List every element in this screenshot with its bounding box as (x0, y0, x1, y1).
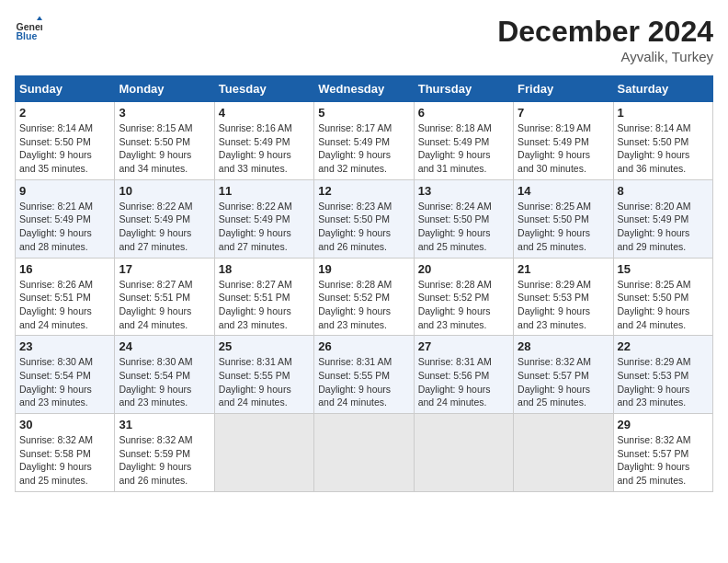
day-number: 4 (219, 106, 310, 120)
day-number: 29 (618, 418, 709, 431)
title-block: December 2024 Ayvalik, Turkey (497, 15, 713, 64)
calendar-cell: 13Sunrise: 8:24 AM Sunset: 5:50 PM Dayli… (414, 179, 513, 258)
day-info: Sunrise: 8:22 AM Sunset: 5:49 PM Dayligh… (219, 200, 310, 254)
day-number: 20 (418, 262, 509, 276)
day-number: 15 (618, 262, 709, 276)
day-info: Sunrise: 8:31 AM Sunset: 5:55 PM Dayligh… (219, 355, 310, 409)
day-info: Sunrise: 8:19 AM Sunset: 5:49 PM Dayligh… (518, 121, 609, 176)
calendar-cell: 25Sunrise: 8:31 AM Sunset: 5:55 PM Dayli… (214, 336, 313, 414)
day-number: 11 (219, 184, 310, 198)
day-info: Sunrise: 8:15 AM Sunset: 5:50 PM Dayligh… (119, 121, 210, 176)
calendar-cell: 27Sunrise: 8:31 AM Sunset: 5:56 PM Dayli… (414, 336, 513, 414)
calendar-cell: 21Sunrise: 8:29 AM Sunset: 5:53 PM Dayli… (514, 258, 613, 336)
day-number: 5 (318, 106, 409, 120)
day-number: 14 (518, 184, 609, 198)
day-info: Sunrise: 8:30 AM Sunset: 5:54 PM Dayligh… (119, 355, 210, 409)
day-info: Sunrise: 8:31 AM Sunset: 5:55 PM Dayligh… (318, 355, 409, 409)
calendar-cell: 24Sunrise: 8:30 AM Sunset: 5:54 PM Dayli… (115, 336, 214, 414)
day-number: 26 (318, 339, 409, 353)
calendar-cell: 11Sunrise: 8:22 AM Sunset: 5:49 PM Dayli… (214, 179, 313, 258)
calendar-cell: 22Sunrise: 8:29 AM Sunset: 5:53 PM Dayli… (613, 336, 712, 414)
day-number: 13 (418, 184, 509, 198)
col-thursday: Thursday (414, 76, 513, 102)
calendar-cell: 7Sunrise: 8:19 AM Sunset: 5:49 PM Daylig… (514, 102, 613, 180)
day-number: 19 (318, 262, 409, 276)
calendar-row: 16Sunrise: 8:26 AM Sunset: 5:51 PM Dayli… (16, 258, 713, 336)
calendar-cell (314, 414, 414, 492)
day-number: 30 (19, 418, 110, 431)
calendar-cell: 30Sunrise: 8:32 AM Sunset: 5:58 PM Dayli… (16, 414, 115, 492)
calendar-cell: 18Sunrise: 8:27 AM Sunset: 5:51 PM Dayli… (214, 258, 313, 336)
location: Ayvalik, Turkey (497, 49, 713, 64)
calendar-row: 30Sunrise: 8:32 AM Sunset: 5:58 PM Dayli… (16, 414, 713, 492)
day-number: 6 (418, 106, 509, 120)
day-info: Sunrise: 8:23 AM Sunset: 5:50 PM Dayligh… (318, 200, 409, 254)
day-number: 12 (318, 184, 409, 198)
svg-marker-2 (37, 17, 42, 21)
calendar-row: 23Sunrise: 8:30 AM Sunset: 5:54 PM Dayli… (16, 336, 713, 414)
calendar-cell: 14Sunrise: 8:25 AM Sunset: 5:50 PM Dayli… (514, 179, 613, 258)
day-number: 1 (618, 106, 709, 120)
calendar-table: Sunday Monday Tuesday Wednesday Thursday… (15, 75, 713, 492)
day-info: Sunrise: 8:32 AM Sunset: 5:59 PM Dayligh… (119, 433, 210, 488)
day-number: 31 (119, 418, 210, 431)
day-number: 22 (618, 339, 709, 353)
day-number: 25 (219, 339, 310, 353)
month-title: December 2024 (497, 15, 713, 49)
day-number: 10 (119, 184, 210, 198)
svg-text:Blue: Blue (17, 30, 38, 41)
calendar-cell: 20Sunrise: 8:28 AM Sunset: 5:52 PM Dayli… (414, 258, 513, 336)
day-info: Sunrise: 8:27 AM Sunset: 5:51 PM Dayligh… (119, 278, 210, 332)
day-info: Sunrise: 8:18 AM Sunset: 5:49 PM Dayligh… (418, 121, 509, 176)
day-number: 28 (518, 339, 609, 353)
day-number: 9 (19, 184, 110, 198)
calendar-row: 2Sunrise: 8:14 AM Sunset: 5:50 PM Daylig… (16, 102, 713, 180)
day-number: 7 (518, 106, 609, 120)
col-monday: Monday (115, 76, 214, 102)
calendar-cell: 1Sunrise: 8:14 AM Sunset: 5:50 PM Daylig… (613, 102, 712, 180)
day-number: 17 (119, 262, 210, 276)
calendar-cell: 3Sunrise: 8:15 AM Sunset: 5:50 PM Daylig… (115, 102, 214, 180)
calendar-cell: 8Sunrise: 8:20 AM Sunset: 5:49 PM Daylig… (613, 179, 712, 258)
day-number: 16 (19, 262, 110, 276)
calendar-cell: 28Sunrise: 8:32 AM Sunset: 5:57 PM Dayli… (514, 336, 613, 414)
day-info: Sunrise: 8:32 AM Sunset: 5:57 PM Dayligh… (618, 433, 709, 488)
day-info: Sunrise: 8:28 AM Sunset: 5:52 PM Dayligh… (318, 278, 409, 332)
day-number: 27 (418, 339, 509, 353)
calendar-cell: 16Sunrise: 8:26 AM Sunset: 5:51 PM Dayli… (16, 258, 115, 336)
calendar-cell (414, 414, 513, 492)
calendar-cell: 15Sunrise: 8:25 AM Sunset: 5:50 PM Dayli… (613, 258, 712, 336)
calendar-cell: 2Sunrise: 8:14 AM Sunset: 5:50 PM Daylig… (16, 102, 115, 180)
calendar-cell: 31Sunrise: 8:32 AM Sunset: 5:59 PM Dayli… (115, 414, 214, 492)
day-info: Sunrise: 8:26 AM Sunset: 5:51 PM Dayligh… (19, 278, 110, 332)
day-info: Sunrise: 8:29 AM Sunset: 5:53 PM Dayligh… (618, 355, 709, 409)
calendar-cell: 6Sunrise: 8:18 AM Sunset: 5:49 PM Daylig… (414, 102, 513, 180)
day-number: 23 (19, 339, 110, 353)
col-tuesday: Tuesday (214, 76, 313, 102)
calendar-cell: 26Sunrise: 8:31 AM Sunset: 5:55 PM Dayli… (314, 336, 414, 414)
day-info: Sunrise: 8:20 AM Sunset: 5:49 PM Dayligh… (618, 200, 709, 254)
day-info: Sunrise: 8:30 AM Sunset: 5:54 PM Dayligh… (19, 355, 110, 409)
day-info: Sunrise: 8:25 AM Sunset: 5:50 PM Dayligh… (518, 200, 609, 254)
day-number: 2 (19, 106, 110, 120)
day-number: 8 (618, 184, 709, 198)
day-number: 24 (119, 339, 210, 353)
day-number: 3 (119, 106, 210, 120)
day-info: Sunrise: 8:31 AM Sunset: 5:56 PM Dayligh… (418, 355, 509, 409)
col-friday: Friday (514, 76, 613, 102)
day-info: Sunrise: 8:14 AM Sunset: 5:50 PM Dayligh… (19, 121, 110, 176)
col-saturday: Saturday (613, 76, 712, 102)
day-info: Sunrise: 8:16 AM Sunset: 5:49 PM Dayligh… (219, 121, 310, 176)
calendar-cell: 5Sunrise: 8:17 AM Sunset: 5:49 PM Daylig… (314, 102, 414, 180)
calendar-cell: 29Sunrise: 8:32 AM Sunset: 5:57 PM Dayli… (613, 414, 712, 492)
calendar-row: 9Sunrise: 8:21 AM Sunset: 5:49 PM Daylig… (16, 179, 713, 258)
day-number: 18 (219, 262, 310, 276)
day-info: Sunrise: 8:27 AM Sunset: 5:51 PM Dayligh… (219, 278, 310, 332)
calendar-cell: 12Sunrise: 8:23 AM Sunset: 5:50 PM Dayli… (314, 179, 414, 258)
day-info: Sunrise: 8:25 AM Sunset: 5:50 PM Dayligh… (618, 278, 709, 332)
calendar-cell (214, 414, 313, 492)
calendar-cell: 9Sunrise: 8:21 AM Sunset: 5:49 PM Daylig… (16, 179, 115, 258)
day-info: Sunrise: 8:22 AM Sunset: 5:49 PM Dayligh… (119, 200, 210, 254)
col-sunday: Sunday (16, 76, 115, 102)
day-info: Sunrise: 8:17 AM Sunset: 5:49 PM Dayligh… (318, 121, 409, 176)
